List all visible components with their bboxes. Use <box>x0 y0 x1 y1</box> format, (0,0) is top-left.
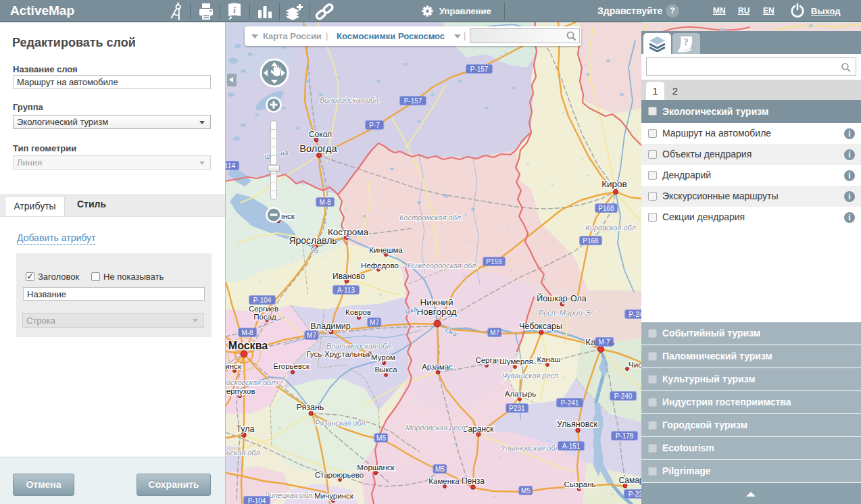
svg-text:Нижегородская обл.: Нижегородская обл. <box>408 261 478 270</box>
svg-text:Мичуринск: Мичуринск <box>314 492 354 500</box>
svg-text:Москва: Москва <box>228 340 268 351</box>
svg-text:Ульяновская обл.: Ульяновская обл. <box>500 444 561 452</box>
svg-text:Р-178: Р-178 <box>616 432 634 440</box>
svg-text:Костромская обл.: Костромская обл. <box>399 213 463 222</box>
svg-text:Чис: Чис <box>629 361 642 369</box>
svg-text:Моршанск: Моршанск <box>357 463 395 472</box>
svg-text:Пенза: Пенза <box>462 476 485 486</box>
svg-text:М-8: М-8 <box>319 199 331 206</box>
svg-text:Тула: Тула <box>236 424 254 434</box>
svg-text:Каменка: Каменка <box>428 477 460 485</box>
svg-text:Муром: Муром <box>371 353 395 361</box>
svg-text:Алатырь: Алатырь <box>505 390 536 398</box>
svg-text:Р-157: Р-157 <box>470 66 489 73</box>
svg-text:Кировская обл.: Кировская обл. <box>585 224 637 232</box>
svg-text:Егорьевск: Егорьевск <box>273 362 310 370</box>
svg-text:М7: М7 <box>370 319 379 326</box>
svg-text:Московская обл.: Московская обл. <box>226 378 277 386</box>
svg-text:Сокол: Сокол <box>309 130 332 139</box>
svg-text:Р231: Р231 <box>509 405 525 412</box>
svg-text:Чебоксары: Чебоксары <box>519 322 562 331</box>
svg-text:114: 114 <box>226 162 235 170</box>
svg-text:Нижний: Нижний <box>420 297 453 307</box>
svg-text:Сызрань: Сызрань <box>564 480 596 488</box>
svg-text:Р159: Р159 <box>486 258 502 266</box>
svg-text:Р-157: Р-157 <box>404 97 422 105</box>
svg-text:Нефедово: Нефедово <box>361 261 399 270</box>
svg-text:Рязанская обл.: Рязанская обл. <box>315 419 367 427</box>
svg-text:Р-241: Р-241 <box>561 399 579 407</box>
svg-text:А-113: А-113 <box>337 286 355 294</box>
svg-text:Сергиев: Сергиев <box>249 305 278 313</box>
svg-text:Мордовская респ.: Мордовская респ. <box>405 424 468 432</box>
svg-text:Вологда: Вологда <box>299 143 337 154</box>
svg-text:Ярославль: Ярославль <box>289 235 337 246</box>
svg-text:Йошкар-Ола: Йошкар-Ола <box>537 293 587 303</box>
svg-text:Липецкая обл.: Липецкая обл. <box>264 491 314 499</box>
svg-text:Владимирская обл.: Владимирская обл. <box>326 342 393 350</box>
svg-text:Рязань: Рязань <box>297 403 324 412</box>
svg-text:М7: М7 <box>307 332 316 339</box>
svg-text:Вологодская обл.: Вологодская обл. <box>320 96 380 104</box>
svg-text:М5: М5 <box>376 434 386 442</box>
svg-text:Гусь-Хрустальный: Гусь-Хрустальный <box>306 350 372 358</box>
svg-text:М-7: М-7 <box>598 338 610 346</box>
svg-text:Староюрьево: Староюрьево <box>315 471 364 479</box>
svg-text:Ковров: Ковров <box>345 308 371 316</box>
svg-text:Ульяновск: Ульяновск <box>557 420 597 429</box>
svg-text:Р168: Р168 <box>598 205 614 212</box>
svg-text:Посад: Посад <box>253 313 276 321</box>
svg-text:Респ. Марий-Эл: Респ. Марий-Эл <box>539 309 594 317</box>
svg-text:Р-104: Р-104 <box>248 497 266 504</box>
svg-text:Владимир: Владимир <box>310 322 350 331</box>
svg-text:инск: инск <box>226 362 242 370</box>
svg-text:i: i <box>233 5 236 15</box>
svg-text:?: ? <box>684 37 689 47</box>
svg-text:Самар: Самар <box>618 476 642 485</box>
svg-text:А-151: А-151 <box>562 443 581 450</box>
svg-text:Кинешма: Кинешма <box>369 246 403 254</box>
svg-text:М7: М7 <box>490 329 499 336</box>
svg-text:Сергач: Сергач <box>475 356 500 364</box>
svg-text:Р-228: Р-228 <box>629 490 642 498</box>
svg-text:Р-7: Р-7 <box>369 122 380 129</box>
svg-text:Иваново: Иваново <box>333 272 365 281</box>
svg-text:Р-24: Р-24 <box>629 311 642 318</box>
svg-text:Серпухов: Серпухов <box>226 387 255 395</box>
svg-text:Канаш: Канаш <box>537 355 560 363</box>
svg-text:Арзамас: Арзамас <box>422 363 453 371</box>
svg-text:М5: М5 <box>521 487 531 495</box>
svg-text:Р-104: Р-104 <box>253 297 272 304</box>
svg-text:Киров: Киров <box>601 179 627 189</box>
svg-text:Новгород: Новгород <box>416 307 456 317</box>
svg-text:Р168: Р168 <box>583 237 599 245</box>
svg-text:Р-240: Р-240 <box>614 393 633 400</box>
svg-text:Шумерля: Шумерля <box>499 357 533 366</box>
svg-text:льская обл.: льская обл. <box>226 449 262 457</box>
svg-text:Чувашская респ.: Чувашская респ. <box>502 372 560 380</box>
svg-text:М-8: М-8 <box>241 329 253 336</box>
svg-text:Выкса: Выкса <box>374 366 397 374</box>
svg-text:М5: М5 <box>435 465 445 473</box>
